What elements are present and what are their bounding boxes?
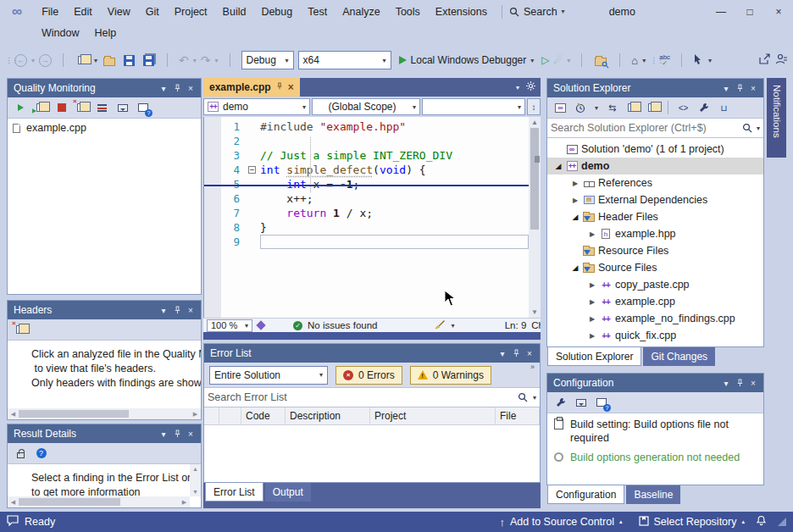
clear-results-icon[interactable]: × (75, 102, 88, 114)
scrollbar-thumb[interactable] (530, 128, 539, 230)
outline-margin[interactable] (248, 134, 260, 148)
member-dropdown[interactable]: ▾ (422, 98, 525, 115)
solution-configuration-combo[interactable]: Debug ▾ (241, 51, 294, 69)
error-list-body[interactable] (204, 425, 540, 482)
view-code-icon[interactable]: <> (677, 102, 690, 114)
expander-closed-icon[interactable]: ▶ (586, 315, 598, 323)
redo-caret-icon[interactable]: ▾ (215, 57, 219, 64)
warnings-filter-button[interactable]: 0 Warnings (410, 366, 491, 385)
tree-item-demo[interactable]: ◢++demo (547, 158, 763, 175)
code-text[interactable] (260, 134, 529, 148)
expander-closed-icon[interactable]: ▶ (586, 281, 598, 289)
column-header-icon[interactable] (204, 407, 219, 424)
horizontal-scrollbar[interactable]: ◀ ▶ (8, 496, 190, 507)
pending-changes-filter-icon[interactable] (574, 102, 587, 114)
project-dropdown[interactable]: ++ demo ▾ (203, 98, 310, 115)
result-details-titlebar[interactable]: Result Details ▾ × (8, 424, 201, 443)
run-all-analysis-icon[interactable] (35, 102, 47, 114)
start-without-debugging-icon[interactable]: ▷ (541, 54, 549, 66)
code-line[interactable]: 6 x++; (221, 191, 529, 206)
editor-vertical-scrollbar[interactable]: ▲ ▼ (529, 117, 541, 318)
expander-closed-icon[interactable]: ▶ (586, 332, 598, 340)
tab-output[interactable]: Output (265, 483, 311, 502)
menu-git[interactable]: Git (138, 3, 167, 20)
filter-caret-icon[interactable]: ▾ (595, 104, 598, 112)
menu-file[interactable]: File (34, 3, 66, 20)
zoom-dropdown[interactable]: 100 % ▾ (207, 319, 252, 332)
minimize-button[interactable]: — (707, 2, 735, 22)
selection-tool-icon[interactable] (693, 53, 704, 68)
spell-check-icon[interactable]: abc✓ (659, 54, 670, 66)
window-layout-caret-icon[interactable]: ▾ (642, 57, 646, 64)
select-repository-button[interactable]: Select Repository ▴ (634, 512, 750, 532)
error-list-search[interactable]: ▾ (204, 388, 540, 407)
scrollbar-thumb[interactable] (19, 410, 129, 418)
close-icon[interactable]: × (746, 81, 760, 95)
new-project-caret-icon[interactable]: ▾ (94, 57, 97, 64)
start-debugging-button[interactable]: Local Windows Debugger ▾ (396, 54, 538, 66)
maximize-button[interactable]: □ (735, 2, 764, 22)
code-line[interactable]: 1#include "example.hpp" (221, 119, 529, 134)
search-control[interactable]: Search ▾ (509, 6, 565, 18)
pin-icon[interactable] (170, 303, 184, 317)
code-text[interactable]: x++; (260, 191, 529, 206)
add-to-source-control-button[interactable]: ↑ Add to Source Control ▴ (495, 512, 628, 532)
expander-open-icon[interactable]: ◢ (569, 213, 581, 221)
menu-window[interactable]: Window (34, 25, 86, 42)
headers-titlebar[interactable]: Headers ▾ × (8, 301, 201, 319)
menu-edit[interactable]: Edit (66, 3, 100, 20)
menu-analyze[interactable]: Analyze (335, 3, 387, 20)
window-position-icon[interactable]: ▾ (719, 376, 733, 390)
scroll-down-icon[interactable]: ▼ (529, 308, 541, 316)
new-project-icon[interactable] (75, 53, 90, 68)
column-header-project[interactable]: Project (370, 407, 496, 424)
pin-icon[interactable] (170, 427, 184, 441)
expander-closed-icon[interactable]: ▶ (586, 298, 598, 306)
redo-icon[interactable]: ↷ (201, 53, 211, 67)
menu-debug[interactable]: Debug (253, 3, 300, 20)
hot-reload-caret-icon[interactable]: ▾ (567, 57, 570, 64)
window-position-icon[interactable]: ▾ (719, 81, 733, 95)
navigate-back-caret-icon[interactable]: ▾ (31, 57, 35, 64)
tab-list-caret-icon[interactable]: ▾ (516, 84, 519, 91)
preview-selected-icon[interactable]: ⊔ (718, 102, 730, 114)
help-book-icon[interactable]: ? (136, 102, 149, 114)
column-header-file[interactable]: File (496, 407, 540, 424)
code-text[interactable]: int simple_defect(void) { (260, 163, 529, 177)
show-all-files-icon[interactable] (646, 102, 659, 114)
collapse-all-icon[interactable] (626, 102, 639, 114)
solution-explorer-search-input[interactable] (551, 122, 742, 134)
outline-margin[interactable] (248, 235, 260, 249)
code-text[interactable]: return 1 / x; (260, 206, 529, 220)
result-list-icon[interactable] (96, 102, 108, 114)
tree-item-example-hpp[interactable]: ▶hexample.hpp (547, 225, 763, 242)
scrollbar-thumb[interactable] (19, 498, 120, 506)
code-line[interactable]: 2 (221, 134, 529, 148)
vertical-scrollbar[interactable]: ▲ ▼ (190, 464, 201, 496)
code-line[interactable]: 9 (221, 235, 529, 249)
code-cleanup-caret-icon[interactable]: ▾ (451, 322, 454, 330)
code-editor[interactable]: 1#include "example.hpp"23// Just a simpl… (203, 117, 541, 318)
close-tab-icon[interactable]: × (288, 81, 294, 93)
editor-options-gear-icon[interactable] (526, 81, 535, 93)
run-analysis-icon[interactable] (14, 102, 27, 114)
search-options-caret-icon[interactable]: ▾ (757, 125, 760, 132)
error-list-titlebar[interactable]: Error List ▾ × (204, 344, 540, 363)
menu-extensions[interactable]: Extensions (428, 3, 495, 20)
feedback-user-icon[interactable] (775, 53, 788, 68)
breakpoint-gutter[interactable] (204, 117, 221, 318)
tree-item-quick-fix-cpp[interactable]: ▶++quick_fix.cpp (547, 327, 763, 344)
configure-wrench-icon[interactable] (554, 396, 567, 408)
toolbar-grip[interactable]: ⋮⋮ (650, 59, 655, 62)
save-all-icon[interactable] (141, 53, 156, 68)
menu-build[interactable]: Build (215, 3, 254, 20)
window-position-icon[interactable]: ▾ (157, 427, 170, 441)
feedback-icon[interactable] (7, 515, 19, 529)
title-bar[interactable]: ∞ FileEditViewGitProjectBuildDebugTestAn… (0, 0, 793, 42)
intellisense-icon[interactable] (256, 320, 265, 330)
configuration-titlebar[interactable]: Configuration ▾ × (547, 374, 763, 392)
help-icon[interactable]: ? (35, 447, 47, 459)
find-in-files-icon[interactable] (593, 53, 608, 68)
notifications-bell-icon[interactable] (756, 515, 767, 529)
tab-example-cpp[interactable]: example.cpp × (203, 78, 300, 97)
